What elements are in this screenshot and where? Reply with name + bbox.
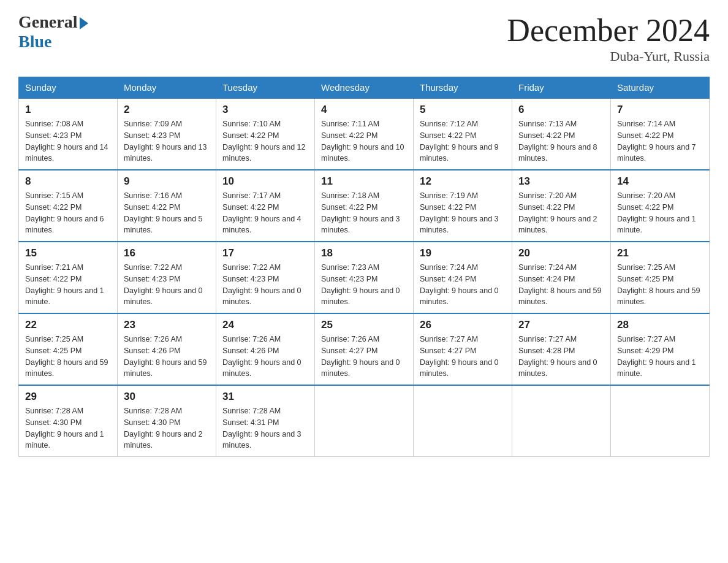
day-info: Sunrise: 7:12 AM Sunset: 4:22 PM Dayligh…	[420, 118, 506, 164]
day-number: 17	[222, 247, 308, 259]
day-number: 27	[518, 319, 604, 331]
day-info: Sunrise: 7:26 AM Sunset: 4:26 PM Dayligh…	[222, 334, 308, 380]
table-row	[611, 385, 710, 457]
calendar-week-row: 15 Sunrise: 7:21 AM Sunset: 4:22 PM Dayl…	[19, 242, 710, 313]
calendar-week-row: 29 Sunrise: 7:28 AM Sunset: 4:30 PM Dayl…	[19, 385, 710, 457]
day-number: 5	[420, 104, 506, 116]
col-tuesday: Tuesday	[216, 77, 315, 99]
day-number: 22	[25, 319, 111, 331]
table-row: 5 Sunrise: 7:12 AM Sunset: 4:22 PM Dayli…	[414, 98, 512, 170]
table-row	[414, 385, 512, 457]
table-row: 30 Sunrise: 7:28 AM Sunset: 4:30 PM Dayl…	[118, 385, 216, 457]
day-info: Sunrise: 7:26 AM Sunset: 4:27 PM Dayligh…	[321, 334, 407, 380]
table-row: 28 Sunrise: 7:27 AM Sunset: 4:29 PM Dayl…	[611, 313, 710, 385]
table-row: 23 Sunrise: 7:26 AM Sunset: 4:26 PM Dayl…	[118, 313, 216, 385]
table-row: 15 Sunrise: 7:21 AM Sunset: 4:22 PM Dayl…	[19, 242, 118, 313]
day-number: 26	[420, 319, 506, 331]
day-info: Sunrise: 7:08 AM Sunset: 4:23 PM Dayligh…	[25, 118, 111, 164]
table-row: 22 Sunrise: 7:25 AM Sunset: 4:25 PM Dayl…	[19, 313, 118, 385]
table-row: 25 Sunrise: 7:26 AM Sunset: 4:27 PM Dayl…	[315, 313, 414, 385]
day-info: Sunrise: 7:26 AM Sunset: 4:26 PM Dayligh…	[124, 334, 210, 380]
day-info: Sunrise: 7:28 AM Sunset: 4:31 PM Dayligh…	[222, 405, 308, 451]
day-info: Sunrise: 7:19 AM Sunset: 4:22 PM Dayligh…	[420, 190, 506, 236]
table-row: 4 Sunrise: 7:11 AM Sunset: 4:22 PM Dayli…	[315, 98, 414, 170]
location-subtitle: Duba-Yurt, Russia	[507, 48, 710, 64]
day-number: 6	[518, 104, 604, 116]
day-info: Sunrise: 7:20 AM Sunset: 4:22 PM Dayligh…	[617, 190, 703, 236]
day-info: Sunrise: 7:27 AM Sunset: 4:28 PM Dayligh…	[518, 334, 604, 380]
calendar-body: 1 Sunrise: 7:08 AM Sunset: 4:23 PM Dayli…	[19, 98, 710, 457]
table-row: 11 Sunrise: 7:18 AM Sunset: 4:22 PM Dayl…	[315, 170, 414, 242]
title-section: December 2024 Duba-Yurt, Russia	[507, 12, 710, 64]
day-number: 30	[124, 391, 210, 403]
day-info: Sunrise: 7:27 AM Sunset: 4:27 PM Dayligh…	[420, 334, 506, 380]
table-row: 3 Sunrise: 7:10 AM Sunset: 4:22 PM Dayli…	[216, 98, 315, 170]
table-row: 1 Sunrise: 7:08 AM Sunset: 4:23 PM Dayli…	[19, 98, 118, 170]
day-info: Sunrise: 7:20 AM Sunset: 4:22 PM Dayligh…	[518, 190, 604, 236]
day-info: Sunrise: 7:09 AM Sunset: 4:23 PM Dayligh…	[124, 118, 210, 164]
logo-arrow-icon	[80, 17, 88, 29]
table-row: 27 Sunrise: 7:27 AM Sunset: 4:28 PM Dayl…	[512, 313, 611, 385]
col-thursday: Thursday	[414, 77, 512, 99]
table-row: 13 Sunrise: 7:20 AM Sunset: 4:22 PM Dayl…	[512, 170, 611, 242]
col-sunday: Sunday	[19, 77, 118, 99]
logo-general-text: General	[18, 12, 77, 32]
table-row: 8 Sunrise: 7:15 AM Sunset: 4:22 PM Dayli…	[19, 170, 118, 242]
table-row: 12 Sunrise: 7:19 AM Sunset: 4:22 PM Dayl…	[414, 170, 512, 242]
day-number: 8	[25, 175, 111, 188]
table-row: 24 Sunrise: 7:26 AM Sunset: 4:26 PM Dayl…	[216, 313, 315, 385]
day-number: 7	[617, 104, 703, 116]
calendar-table: Sunday Monday Tuesday Wednesday Thursday…	[18, 77, 710, 457]
day-number: 19	[420, 247, 506, 259]
table-row: 18 Sunrise: 7:23 AM Sunset: 4:23 PM Dayl…	[315, 242, 414, 313]
day-number: 3	[222, 104, 308, 116]
day-number: 1	[25, 104, 111, 116]
day-info: Sunrise: 7:28 AM Sunset: 4:30 PM Dayligh…	[25, 405, 111, 451]
day-number: 24	[222, 319, 308, 331]
day-number: 29	[25, 391, 111, 403]
day-number: 23	[124, 319, 210, 331]
col-wednesday: Wednesday	[315, 77, 414, 99]
day-number: 25	[321, 319, 407, 331]
table-row	[512, 385, 611, 457]
col-friday: Friday	[512, 77, 611, 99]
day-info: Sunrise: 7:22 AM Sunset: 4:23 PM Dayligh…	[124, 262, 210, 308]
day-info: Sunrise: 7:14 AM Sunset: 4:22 PM Dayligh…	[617, 118, 703, 164]
day-number: 20	[518, 247, 604, 259]
col-monday: Monday	[118, 77, 216, 99]
day-number: 16	[124, 247, 210, 259]
day-info: Sunrise: 7:22 AM Sunset: 4:23 PM Dayligh…	[222, 262, 308, 308]
table-row: 21 Sunrise: 7:25 AM Sunset: 4:25 PM Dayl…	[611, 242, 710, 313]
table-row: 20 Sunrise: 7:24 AM Sunset: 4:24 PM Dayl…	[512, 242, 611, 313]
logo: General Blue	[18, 12, 88, 52]
day-number: 13	[518, 175, 604, 188]
col-saturday: Saturday	[611, 77, 710, 99]
logo-blue-text: Blue	[18, 32, 51, 52]
table-row: 7 Sunrise: 7:14 AM Sunset: 4:22 PM Dayli…	[611, 98, 710, 170]
table-row: 14 Sunrise: 7:20 AM Sunset: 4:22 PM Dayl…	[611, 170, 710, 242]
day-number: 31	[222, 391, 308, 403]
table-row: 19 Sunrise: 7:24 AM Sunset: 4:24 PM Dayl…	[414, 242, 512, 313]
day-number: 10	[222, 175, 308, 188]
day-info: Sunrise: 7:21 AM Sunset: 4:22 PM Dayligh…	[25, 262, 111, 308]
day-info: Sunrise: 7:25 AM Sunset: 4:25 PM Dayligh…	[617, 262, 703, 308]
table-row: 10 Sunrise: 7:17 AM Sunset: 4:22 PM Dayl…	[216, 170, 315, 242]
page-header: General Blue December 2024 Duba-Yurt, Ru…	[18, 12, 710, 64]
day-info: Sunrise: 7:24 AM Sunset: 4:24 PM Dayligh…	[518, 262, 604, 308]
table-row: 9 Sunrise: 7:16 AM Sunset: 4:22 PM Dayli…	[118, 170, 216, 242]
table-row: 17 Sunrise: 7:22 AM Sunset: 4:23 PM Dayl…	[216, 242, 315, 313]
day-number: 15	[25, 247, 111, 259]
day-info: Sunrise: 7:18 AM Sunset: 4:22 PM Dayligh…	[321, 190, 407, 236]
day-number: 11	[321, 175, 407, 188]
day-info: Sunrise: 7:27 AM Sunset: 4:29 PM Dayligh…	[617, 334, 703, 380]
day-info: Sunrise: 7:23 AM Sunset: 4:23 PM Dayligh…	[321, 262, 407, 308]
day-number: 9	[124, 175, 210, 188]
calendar-week-row: 22 Sunrise: 7:25 AM Sunset: 4:25 PM Dayl…	[19, 313, 710, 385]
day-info: Sunrise: 7:25 AM Sunset: 4:25 PM Dayligh…	[25, 334, 111, 380]
day-number: 14	[617, 175, 703, 188]
table-row	[315, 385, 414, 457]
day-number: 18	[321, 247, 407, 259]
calendar-week-row: 1 Sunrise: 7:08 AM Sunset: 4:23 PM Dayli…	[19, 98, 710, 170]
calendar-header: Sunday Monday Tuesday Wednesday Thursday…	[19, 77, 710, 99]
month-title: December 2024	[507, 12, 710, 48]
